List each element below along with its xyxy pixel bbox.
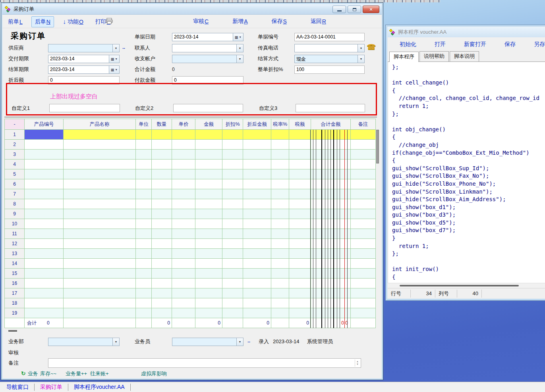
grid-cell[interactable] [25,249,64,259]
grid-cell[interactable] [136,199,152,209]
grid-cell[interactable] [64,189,136,199]
grid-cell[interactable] [172,269,195,279]
grid-cell[interactable] [195,239,222,249]
grid-cell[interactable] [311,229,351,239]
grid-cell[interactable] [289,150,311,159]
grid-cell[interactable] [195,169,222,179]
grid-cell[interactable] [271,140,289,150]
row-number-cell[interactable]: 4 [5,159,25,169]
grid-cell[interactable] [222,169,243,179]
calendar-icon[interactable]: ▦▼ [109,55,119,63]
grid-cell[interactable] [271,169,289,179]
grid-cell[interactable] [172,308,195,318]
grid-cell[interactable] [64,140,136,150]
grid-cell[interactable] [351,229,376,239]
row-number-cell[interactable]: 2 [5,140,25,150]
grid-cell[interactable] [64,249,136,259]
grid-cell[interactable] [172,288,195,298]
grid-cell[interactable] [351,159,376,169]
grid-cell[interactable] [25,199,64,209]
grid-cell[interactable] [172,169,195,179]
row-number-cell[interactable]: 9 [5,209,25,219]
grid-cell[interactable] [136,219,152,229]
grid-cell[interactable] [311,150,351,159]
grid-cell[interactable] [64,229,136,239]
grid-cell[interactable] [243,269,271,279]
grid-cell[interactable] [271,229,289,239]
grid-cell[interactable] [195,219,222,229]
grid-cell[interactable] [172,130,195,140]
grid-cell[interactable] [311,298,351,308]
dept-combo[interactable]: ▼ [48,338,120,346]
grid-cell[interactable] [351,130,376,140]
grid-cell[interactable] [222,298,243,308]
grid-cell[interactable] [351,279,376,288]
toolbar-button-L[interactable]: 前单L [5,17,26,27]
toolbar-button-S[interactable]: 保存S [268,16,290,27]
grid-cell[interactable] [222,130,243,140]
account-combo[interactable]: ▼ [172,55,244,63]
grid-cell[interactable] [152,189,172,199]
grid-cell[interactable] [152,199,172,209]
grid-cell[interactable] [311,209,351,219]
spinner-icon[interactable]: ▲▼ [355,359,360,367]
custom2-input[interactable] [173,104,243,112]
grid-cell[interactable] [243,298,271,308]
grid-cell[interactable] [351,209,376,219]
script-toolbar-button-4[interactable]: 保存 [504,41,516,48]
grid-cell[interactable] [64,259,136,269]
grid-cell[interactable] [64,169,136,179]
grid-cell[interactable] [64,279,136,288]
grid-cell[interactable] [64,199,136,209]
row-number-cell[interactable]: 13 [5,249,25,259]
restore-button[interactable] [348,6,361,13]
grid-cell[interactable] [136,269,152,279]
title-bar[interactable]: 采购订单 × [2,4,382,15]
custom3-input[interactable] [296,104,365,112]
supplier-more-button[interactable]: .. [122,44,125,52]
row-number-cell[interactable]: 16 [5,279,25,288]
grid-cell[interactable] [136,150,152,159]
grid-cell[interactable] [243,150,271,159]
row-number-cell[interactable]: 5 [5,169,25,179]
tab-脚本程序[interactable]: 脚本程序 [389,52,419,62]
grid-cell[interactable] [243,249,271,259]
grid-cell[interactable] [172,259,195,269]
footer-link-4[interactable]: 往来账+ [90,370,109,377]
taskbar-item-2[interactable]: 采购订单 [37,384,66,391]
grid-cell[interactable] [351,179,376,189]
grid-cell[interactable] [152,179,172,189]
grid-cell[interactable] [25,219,64,229]
grid-cell[interactable] [243,199,271,209]
grid-cell[interactable] [351,199,376,209]
grid-cell[interactable] [289,269,311,279]
toolbar-button-A[interactable]: 新增A [229,16,251,27]
grid-cell[interactable] [152,130,172,140]
script-title-bar[interactable]: 脚本程序 voucher.AA [388,27,545,37]
footer-link-3[interactable]: 业务量++ [66,370,87,377]
grid-cell[interactable] [271,308,289,318]
row-number-cell[interactable]: 14 [5,259,25,269]
toolbar-button-O[interactable]: ↓功能O [60,17,87,27]
splitter[interactable] [4,117,377,117]
doc-no-input[interactable]: AA-23-03-14-0001 [294,33,365,41]
grid-cell[interactable] [136,159,152,169]
whole-discount-input[interactable]: 100 [294,65,365,74]
grid-cell[interactable] [243,169,271,179]
grid-cell[interactable] [289,199,311,209]
grid-cell[interactable] [289,249,311,259]
chevron-down-icon[interactable]: ▼ [112,338,119,346]
grid-cell[interactable] [243,259,271,269]
grid-cell[interactable] [195,279,222,288]
grid-cell[interactable] [311,308,351,318]
grid-cell[interactable] [152,140,172,150]
tab-说明帮助[interactable]: 说明帮助 [419,51,449,61]
chevron-down-icon[interactable]: ▼ [236,44,243,52]
grid-cell[interactable] [271,298,289,308]
grid-cell[interactable] [64,179,136,189]
clerk-combo[interactable]: ▼ [172,338,244,346]
grid-cell[interactable] [25,209,64,219]
grid-cell[interactable] [195,259,222,269]
grid-cell[interactable] [311,179,351,189]
grid-cell[interactable] [136,229,152,239]
